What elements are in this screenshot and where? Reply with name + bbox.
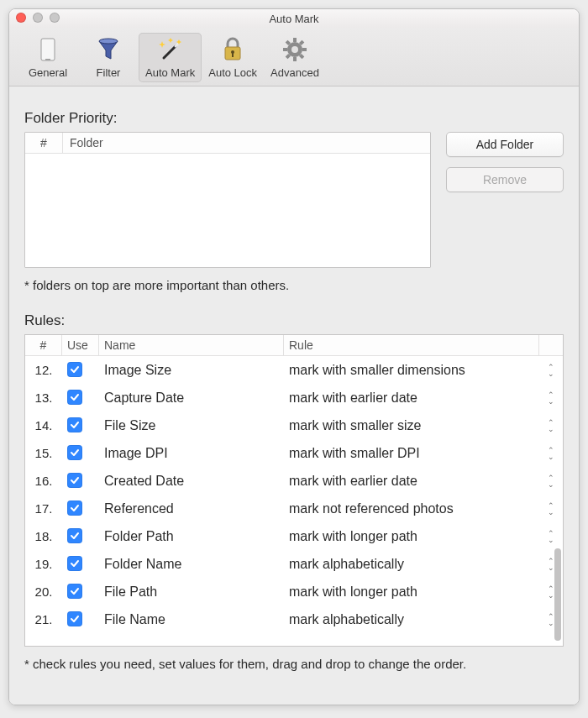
- rules-col-rule[interactable]: Rule: [284, 335, 539, 355]
- chevron-down-icon: ⌄: [548, 592, 554, 599]
- rule-description[interactable]: mark with smaller DPI: [284, 446, 539, 461]
- folder-priority-list[interactable]: # Folder: [24, 132, 431, 268]
- rule-name: File Size: [99, 418, 284, 433]
- rule-description[interactable]: mark with earlier date: [284, 390, 539, 406]
- chevron-down-icon: ⌄: [548, 481, 554, 488]
- rules-col-step: [539, 335, 563, 355]
- chevron-down-icon: ⌄: [548, 564, 554, 571]
- tab-filter[interactable]: Filter: [78, 33, 139, 82]
- rule-use-checkbox[interactable]: [67, 611, 82, 626]
- tab-auto-mark[interactable]: Auto Mark: [139, 33, 202, 82]
- folder-hint-text: * folders on top are more important than…: [24, 278, 564, 292]
- svg-rect-8: [232, 53, 234, 57]
- svg-rect-11: [293, 57, 297, 61]
- svg-rect-12: [283, 48, 287, 51]
- rule-name: Image Size: [99, 363, 284, 378]
- rule-num: 12.: [25, 363, 62, 377]
- tab-label: Advanced: [270, 66, 319, 79]
- rule-use-cell: [62, 611, 99, 627]
- rule-row[interactable]: 15.Image DPImark with smaller DPI⌃⌄: [25, 439, 563, 467]
- rule-row[interactable]: 12.Image Sizemark with smaller dimension…: [25, 356, 563, 384]
- rule-row[interactable]: 19.Folder Namemark alphabetically⌃⌄: [25, 550, 563, 578]
- zoom-window-button[interactable]: [50, 13, 60, 23]
- rule-name: Image DPI: [99, 446, 284, 461]
- rule-num: 13.: [25, 390, 62, 405]
- toolbar: General Filter: [9, 28, 579, 86]
- rule-row[interactable]: 16.Created Datemark with earlier date⌃⌄: [25, 467, 563, 495]
- rule-row[interactable]: 21.File Namemark alphabetically⌃⌄: [25, 605, 563, 633]
- rule-num: 17.: [25, 501, 62, 516]
- folder-col-num[interactable]: #: [25, 133, 63, 153]
- svg-rect-1: [45, 59, 50, 60]
- rule-description[interactable]: mark with longer path: [284, 584, 539, 600]
- rule-row[interactable]: 13.Capture Datemark with earlier date⌃⌄: [25, 384, 563, 411]
- rule-row[interactable]: 18.Folder Pathmark with longer path⌃⌄: [25, 522, 563, 550]
- rule-num: 19.: [25, 557, 62, 571]
- rules-title: Rules:: [24, 312, 564, 329]
- rule-description[interactable]: mark not referenced photos: [284, 501, 539, 516]
- scrollbar-thumb[interactable]: [554, 548, 561, 641]
- rule-description[interactable]: mark with smaller size: [284, 418, 539, 433]
- rule-use-checkbox[interactable]: [67, 390, 82, 405]
- rule-use-checkbox[interactable]: [67, 445, 82, 460]
- minimize-window-button[interactable]: [33, 13, 43, 23]
- rule-name: File Path: [99, 584, 284, 600]
- rule-use-cell: [62, 501, 99, 516]
- rule-row[interactable]: 20.File Pathmark with longer path⌃⌄: [25, 578, 563, 605]
- rules-col-name[interactable]: Name: [99, 335, 284, 355]
- chevron-down-icon: ⌄: [548, 509, 554, 516]
- svg-marker-5: [168, 38, 173, 43]
- titlebar: Auto Mark: [9, 9, 579, 28]
- rule-use-checkbox[interactable]: [67, 528, 82, 543]
- svg-rect-0: [41, 39, 55, 60]
- magic-wand-icon: [157, 36, 184, 63]
- rule-use-cell: [62, 556, 99, 572]
- rule-name: File Name: [99, 612, 284, 627]
- rules-scrollbar[interactable]: [554, 369, 561, 641]
- rule-num: 21.: [25, 612, 62, 626]
- svg-point-2: [99, 39, 118, 44]
- rule-use-checkbox[interactable]: [67, 584, 82, 599]
- rules-col-use[interactable]: Use: [62, 335, 99, 355]
- chevron-down-icon: ⌄: [548, 370, 554, 377]
- rule-use-cell: [62, 473, 99, 489]
- tab-advanced[interactable]: Advanced: [264, 33, 326, 82]
- rules-header: # Use Name Rule: [25, 335, 563, 356]
- rule-use-checkbox[interactable]: [67, 556, 82, 571]
- rule-row[interactable]: 17.Referencedmark not referenced photos⌃…: [25, 495, 563, 522]
- rule-use-checkbox[interactable]: [67, 362, 82, 377]
- rule-description[interactable]: mark with earlier date: [284, 474, 539, 489]
- rule-use-cell: [62, 584, 99, 600]
- rule-row[interactable]: 14.File Sizemark with smaller size⌃⌄: [25, 411, 563, 439]
- svg-rect-13: [302, 48, 307, 51]
- chevron-down-icon: ⌄: [548, 426, 554, 432]
- svg-rect-10: [293, 38, 297, 42]
- rule-use-cell: [62, 528, 99, 544]
- rule-use-checkbox[interactable]: [67, 501, 82, 516]
- folder-col-folder[interactable]: Folder: [63, 133, 430, 153]
- folder-priority-title: Folder Priority:: [24, 110, 564, 127]
- add-folder-button[interactable]: Add Folder: [446, 132, 564, 157]
- tab-label: Auto Mark: [145, 66, 195, 79]
- tab-label: General: [29, 66, 67, 79]
- rule-num: 16.: [25, 474, 62, 488]
- window-title: Auto Mark: [269, 13, 318, 25]
- rule-description[interactable]: mark with smaller dimensions: [284, 363, 539, 378]
- rule-num: 15.: [25, 446, 62, 460]
- rule-description[interactable]: mark alphabetically: [284, 557, 539, 572]
- close-window-button[interactable]: [16, 13, 26, 23]
- remove-folder-button: Remove: [446, 167, 564, 192]
- rule-use-checkbox[interactable]: [67, 417, 82, 432]
- rules-body[interactable]: 12.Image Sizemark with smaller dimension…: [25, 356, 563, 646]
- rule-use-checkbox[interactable]: [67, 473, 82, 488]
- rules-col-num[interactable]: #: [25, 335, 62, 355]
- general-icon: [34, 36, 61, 63]
- svg-marker-3: [159, 41, 165, 48]
- rule-description[interactable]: mark with longer path: [284, 529, 539, 544]
- rule-description[interactable]: mark alphabetically: [284, 612, 539, 627]
- rule-name: Created Date: [99, 474, 284, 489]
- tab-general[interactable]: General: [18, 33, 78, 82]
- tab-auto-lock[interactable]: Auto Lock: [202, 33, 264, 82]
- window-controls: [16, 13, 60, 23]
- chevron-down-icon: ⌄: [548, 398, 554, 405]
